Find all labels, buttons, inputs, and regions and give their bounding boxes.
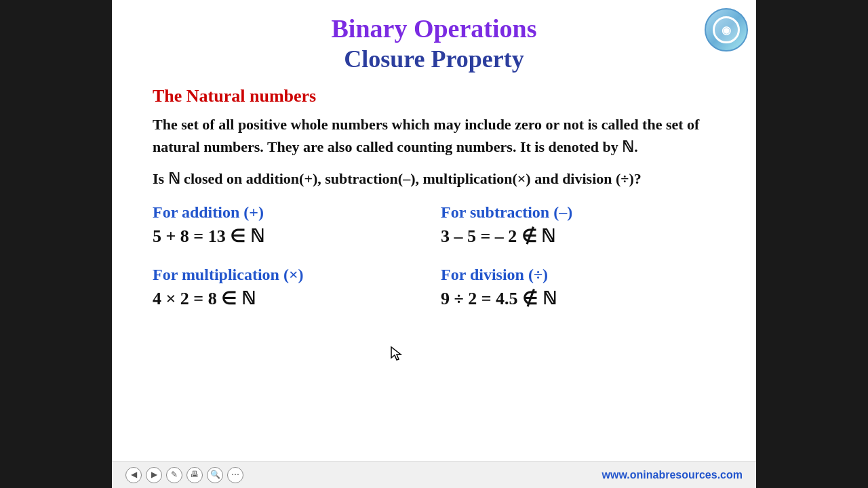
addition-section: For addition (+) 5 + 8 = 13 ∈ ℕ [153, 203, 427, 259]
addition-label: For addition (+) [153, 203, 427, 222]
print-button[interactable]: 🖶 [186, 467, 203, 483]
edit-button[interactable]: ✎ [166, 467, 182, 483]
multiplication-label: For multiplication (×) [153, 266, 427, 284]
body-text: The set of all positive whole numbers wh… [153, 113, 715, 158]
subtraction-section: For subtraction (–) 3 – 5 = – 2 ∉ ℕ [441, 203, 715, 259]
bottom-bar: ◀ ▶ ✎ 🖶 🔍 ⋯ www.oninabresources.com [112, 461, 756, 488]
logo-text: ◉ [722, 24, 731, 37]
question-text: Is ℕ closed on addition(+), subtraction(… [153, 167, 715, 190]
back-button[interactable]: ◀ [125, 467, 142, 483]
nav-buttons: ◀ ▶ ✎ 🖶 🔍 ⋯ [125, 467, 243, 483]
main-content: ◉ Binary Operations Closure Property The… [112, 0, 756, 488]
right-border [756, 0, 868, 488]
search-button[interactable]: 🔍 [207, 467, 223, 483]
division-label: For division (÷) [441, 266, 715, 284]
operations-grid: For addition (+) 5 + 8 = 13 ∈ ℕ For subt… [153, 203, 715, 321]
main-title: Binary Operations [153, 14, 715, 45]
more-button[interactable]: ⋯ [227, 467, 243, 483]
multiplication-section: For multiplication (×) 4 × 2 = 8 ∈ ℕ [153, 266, 427, 321]
multiplication-example: 4 × 2 = 8 ∈ ℕ [153, 288, 427, 309]
title-section: Binary Operations Closure Property [153, 14, 715, 74]
section-heading: The Natural numbers [153, 86, 715, 106]
logo: ◉ [705, 8, 748, 52]
website-link: www.oninabresources.com [602, 469, 743, 481]
sub-title: Closure Property [153, 45, 715, 74]
left-border [0, 0, 112, 488]
subtraction-example: 3 – 5 = – 2 ∉ ℕ [441, 226, 715, 247]
division-example: 9 ÷ 2 = 4.5 ∉ ℕ [441, 288, 715, 309]
subtraction-label: For subtraction (–) [441, 203, 715, 222]
forward-button[interactable]: ▶ [146, 467, 162, 483]
addition-example: 5 + 8 = 13 ∈ ℕ [153, 226, 427, 247]
division-section: For division (÷) 9 ÷ 2 = 4.5 ∉ ℕ [441, 266, 715, 321]
